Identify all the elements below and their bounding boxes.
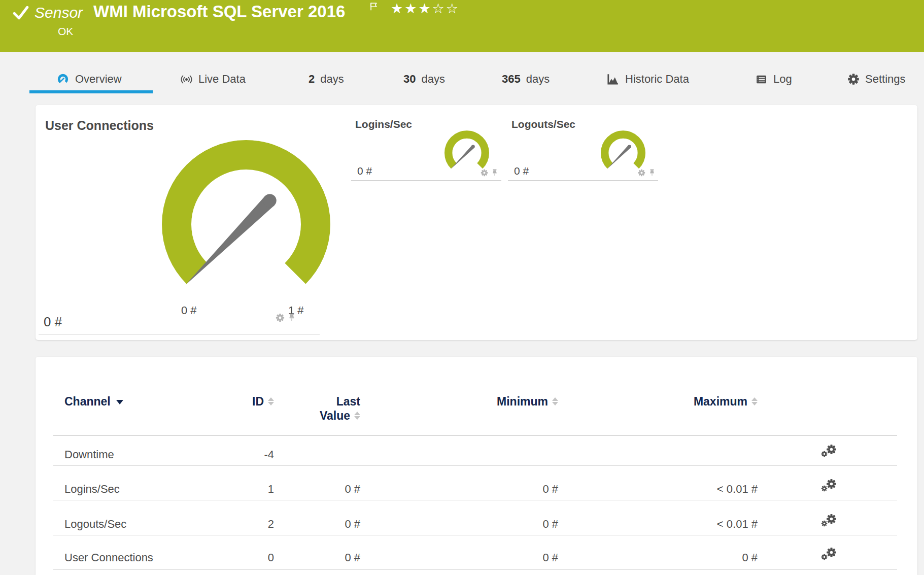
ok-check-icon [12, 4, 29, 21]
divider [53, 435, 897, 436]
channel-gear-icon[interactable] [276, 313, 285, 322]
tab-settings[interactable]: Settings [847, 73, 906, 86]
gauges-panel: User Connections 0 # 1 # 0 # Logins/Sec … [36, 105, 917, 340]
logouts-gauge [601, 130, 645, 171]
gear-icon [826, 514, 837, 524]
channel-gear-icon[interactable] [481, 169, 488, 177]
logins-gauge-title: Logins/Sec [355, 118, 412, 130]
column-header-minimum[interactable]: Minimum [457, 394, 558, 409]
sort-icon[interactable] [751, 397, 758, 405]
active-tab-underline [29, 90, 153, 93]
channel-name[interactable]: Logouts/Sec [64, 518, 207, 531]
channel-name[interactable]: Downtime [64, 448, 207, 461]
priority-flag-icon[interactable] [370, 2, 378, 13]
primary-gauge-value: 0 # [44, 314, 62, 330]
divider [53, 465, 897, 466]
sensor-status-header: Sensor WMI Microsoft SQL Server 2016 ★★★… [0, 0, 924, 52]
gear-icon [847, 73, 860, 85]
sort-icon[interactable] [354, 412, 360, 420]
logins-gauge-value: 0 # [357, 165, 372, 177]
tab-historic-data[interactable]: Historic Data [606, 73, 689, 86]
pin-icon[interactable] [649, 169, 655, 177]
divider [53, 535, 897, 535]
pin-icon[interactable] [492, 169, 498, 177]
page-title: WMI Microsoft SQL Server 2016 [93, 2, 345, 21]
gear-icon [826, 547, 837, 558]
gear-icon [821, 554, 828, 560]
sensor-type-label: Sensor [35, 4, 83, 21]
prtg-sensor-page: Sensor WMI Microsoft SQL Server 2016 ★★★… [0, 0, 924, 575]
primary-gauge-actions [276, 313, 295, 322]
divider [53, 569, 897, 570]
channels-table-panel: Channel ID Last Value Minimum Maximum Do… [36, 357, 917, 575]
divider [53, 500, 897, 500]
divider [39, 334, 320, 334]
tab-live-data[interactable]: Live Data [180, 73, 246, 86]
logouts-gauge-title: Logouts/Sec [511, 118, 575, 130]
column-header-maximum[interactable]: Maximum [631, 394, 758, 409]
channel-settings-icon[interactable] [821, 547, 839, 564]
channel-gear-icon[interactable] [638, 169, 645, 177]
pin-icon[interactable] [288, 313, 295, 322]
sort-icon[interactable] [268, 397, 274, 405]
channel-name[interactable]: User Connections [64, 551, 207, 564]
channel-settings-icon[interactable] [821, 514, 839, 531]
priority-stars[interactable]: ★★★☆☆ [391, 1, 460, 17]
log-list-icon [755, 73, 768, 86]
user-connections-gauge [162, 140, 330, 292]
tab-30-days[interactable]: 30 days [403, 73, 445, 86]
logins-gauge-actions [481, 169, 498, 177]
channel-name[interactable]: Logins/Sec [64, 483, 207, 496]
column-header-last-value[interactable]: Last Value [274, 394, 360, 423]
logouts-gauge-value: 0 # [514, 165, 529, 177]
divider [508, 180, 658, 181]
logouts-gauge-actions [638, 169, 655, 177]
tab-overview[interactable]: Overview [56, 73, 122, 86]
sort-caret-icon [116, 400, 123, 404]
gear-icon [821, 451, 828, 457]
status-badge: OK [58, 25, 73, 38]
primary-gauge-title: User Connections [45, 118, 154, 133]
tab-365-days[interactable]: 365 days [502, 73, 550, 86]
tab-2-days[interactable]: 2 days [309, 73, 344, 86]
gear-icon [821, 485, 828, 492]
sort-icon[interactable] [552, 397, 558, 405]
column-header-id[interactable]: ID [198, 394, 274, 409]
column-header-channel[interactable]: Channel [64, 394, 207, 409]
gauge-min-label: 0 # [181, 304, 197, 317]
area-chart-icon [606, 73, 620, 86]
divider [351, 180, 501, 181]
tab-log[interactable]: Log [755, 73, 792, 86]
gear-icon [821, 520, 828, 527]
gauge-icon [56, 73, 70, 86]
logins-gauge [444, 130, 489, 171]
gear-icon [826, 444, 837, 455]
channel-settings-icon[interactable] [821, 479, 839, 496]
gear-icon [826, 479, 837, 489]
broadcast-icon [180, 73, 193, 86]
channel-settings-icon[interactable] [821, 444, 839, 461]
